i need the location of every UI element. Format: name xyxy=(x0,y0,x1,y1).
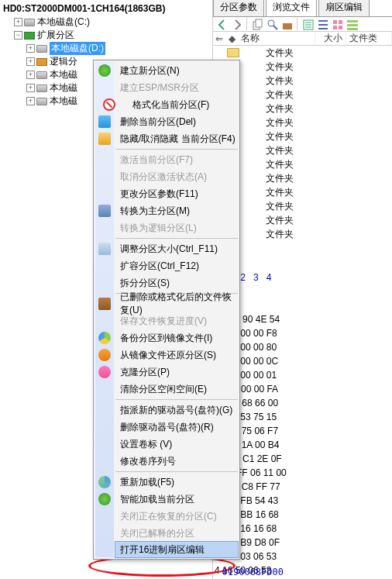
menu-expand[interactable]: 扩容分区(Ctrl_F12) xyxy=(115,257,238,274)
expander-icon[interactable] xyxy=(26,71,35,79)
tab-sector-edit[interactable]: 扇区编辑 xyxy=(318,0,370,16)
menu-to-logical: 转换为逻辑分区(L) xyxy=(115,219,238,236)
expander-icon[interactable] xyxy=(14,18,22,26)
file-type-label: 文件夹 xyxy=(266,144,294,157)
menu-format[interactable]: 格式化当前分区(F) xyxy=(115,96,238,113)
hex-header: 0 1 2 3 4 xyxy=(215,271,392,284)
menu-backup-image[interactable]: 备份分区到镜像文件(I) xyxy=(115,329,238,346)
menu-to-primary[interactable]: 转换为主分区(M) xyxy=(115,202,238,219)
hex-row: 00 00 00 00 0C xyxy=(215,354,392,368)
list-icon[interactable] xyxy=(316,18,328,30)
hex-row: 28 E8 C8 FF 77 xyxy=(215,480,392,494)
folder-row[interactable]: 文件夹 xyxy=(213,46,392,60)
expander-icon[interactable] xyxy=(26,84,35,92)
list-header: ⇐ ◆ 名称 大小 文件类 xyxy=(213,32,392,46)
menu-split[interactable]: 拆分分区(S) xyxy=(115,274,238,291)
svg-line-3 xyxy=(273,26,277,29)
hex-row: 28 07 BB 16 68 xyxy=(215,508,392,522)
partition-icon xyxy=(36,58,47,66)
detail-icon[interactable] xyxy=(346,18,358,30)
smart-icon xyxy=(98,493,111,505)
hex-row: 00 00 00 00 80 xyxy=(215,340,392,354)
restore-icon xyxy=(98,349,111,361)
svg-rect-10 xyxy=(347,20,358,22)
disk-icon xyxy=(36,98,47,105)
copy-icon[interactable] xyxy=(251,18,263,30)
no-icon xyxy=(103,98,115,111)
back-icon[interactable] xyxy=(215,18,228,30)
column-size[interactable]: 大小 xyxy=(315,32,346,45)
expander-icon[interactable] xyxy=(26,57,35,66)
tree-item-extended[interactable]: 扩展分区 xyxy=(14,29,212,42)
expander-icon[interactable] xyxy=(26,44,35,53)
column-name[interactable]: 名称 xyxy=(238,32,315,45)
menu-recover[interactable]: 已删除或格式化后的文件恢复(U) xyxy=(115,295,238,312)
file-toolbar xyxy=(213,17,392,32)
menu-clone[interactable]: 克隆分区(P) xyxy=(115,364,238,381)
recover-icon[interactable] xyxy=(280,18,293,30)
svg-rect-7 xyxy=(339,20,342,24)
file-type-label: 文件夹 xyxy=(266,158,294,171)
file-type-label: 文件夹 xyxy=(266,102,294,115)
grid-icon[interactable] xyxy=(331,18,343,30)
forward-icon[interactable] xyxy=(230,18,242,30)
tab-browse-files[interactable]: 浏览文件 xyxy=(266,0,317,16)
column-type[interactable]: 文件类 xyxy=(346,32,392,45)
file-type-label: 文件夹 xyxy=(266,116,294,129)
tab-partition-params[interactable]: 分区参数 xyxy=(213,0,264,16)
reload-icon xyxy=(98,476,111,488)
menu-modify-params[interactable]: 更改分区参数(F11) xyxy=(115,185,238,202)
menu-open-hex-editor[interactable]: 打开16进制扇区编辑 xyxy=(115,541,239,558)
file-type-label: 文件夹 xyxy=(266,228,294,241)
expander-icon[interactable] xyxy=(14,31,22,40)
hex-row: F0 0C C1 2E 0F xyxy=(215,452,392,466)
hex-row: 18 10 B9 D8 0F xyxy=(215,536,392,550)
file-type-label: 文件夹 xyxy=(266,172,294,185)
menu-clear-free[interactable]: 清除分区空闲空间(E) xyxy=(115,381,238,398)
disk-title: HD0:ST2000DM001-1CH164(1863GB) xyxy=(0,2,212,16)
image-icon xyxy=(98,332,111,344)
menu-set-label[interactable]: 设置卷标 (V) xyxy=(115,436,238,453)
menu-hide[interactable]: 隐藏/取消隐藏 当前分区(F4) xyxy=(115,130,238,147)
hex-row: 14 46 53 75 15 xyxy=(215,410,392,424)
back-arrow-icon[interactable]: ⇐ xyxy=(213,33,225,44)
add-icon xyxy=(98,64,111,77)
hex-row: E8 68 1A 00 B4 xyxy=(215,438,392,452)
svg-rect-4 xyxy=(283,23,292,29)
file-type-label: 文件夹 xyxy=(266,186,294,199)
recover-icon xyxy=(98,298,111,310)
menu-assign-letter[interactable]: 指派新的驱动器号(盘符)(G) xyxy=(115,402,238,419)
tree-item-local-c[interactable]: 本地磁盘(C:) xyxy=(14,16,212,29)
search-icon[interactable] xyxy=(266,18,278,30)
tab-bar: 分区参数 浏览文件 扇区编辑 xyxy=(213,0,392,17)
menu-resize[interactable]: 调整分区大小(Ctrl_F11) xyxy=(115,240,238,257)
file-type-label: 文件夹 xyxy=(266,74,294,88)
hex-row: 0F 1E 68 66 00 xyxy=(215,396,392,410)
menu-restore-image[interactable]: 从镜像文件还原分区(S) xyxy=(115,346,238,364)
hex-row: 00 00 00 00 F8 xyxy=(215,326,392,340)
menu-delete-letter[interactable]: 删除驱动器号(盘符)(R) xyxy=(115,419,238,436)
convert-icon xyxy=(98,205,111,217)
hex-row: 66 66 03 06 53 xyxy=(215,550,392,563)
clone-icon xyxy=(98,366,111,378)
resize-icon xyxy=(98,243,111,255)
folder-icon xyxy=(227,48,239,57)
menu-new-partition[interactable]: 建立新分区(N) xyxy=(115,62,238,79)
menu-delete[interactable]: 删除当前分区(Del) xyxy=(115,113,238,130)
partition-icon xyxy=(24,32,35,40)
filter-icon[interactable] xyxy=(301,18,314,30)
menu-modify-serial[interactable]: 修改卷序列号 xyxy=(115,453,238,470)
menu-activate: 激活当前分区(F7) xyxy=(115,151,238,168)
hex-row: 75 AA 75 06 F7 xyxy=(215,424,392,438)
menu-smart-load[interactable]: 智能加载当前分区 xyxy=(115,491,238,508)
tree-item-selected[interactable]: 本地磁盘(D:) xyxy=(26,42,212,55)
file-type-label: 文件夹 xyxy=(266,88,294,102)
trash-icon xyxy=(98,115,111,128)
expander-icon[interactable] xyxy=(26,97,35,105)
disk-icon xyxy=(24,19,35,26)
down-arrow-icon[interactable]: ◆ xyxy=(225,33,238,44)
svg-rect-11 xyxy=(347,24,358,26)
menu-reload[interactable]: 重新加载(F5) xyxy=(115,474,238,491)
menu-save-progress: 保存文件恢复进度(V) xyxy=(115,312,238,329)
hex-row: 16 00 00 00 01 xyxy=(215,368,392,382)
